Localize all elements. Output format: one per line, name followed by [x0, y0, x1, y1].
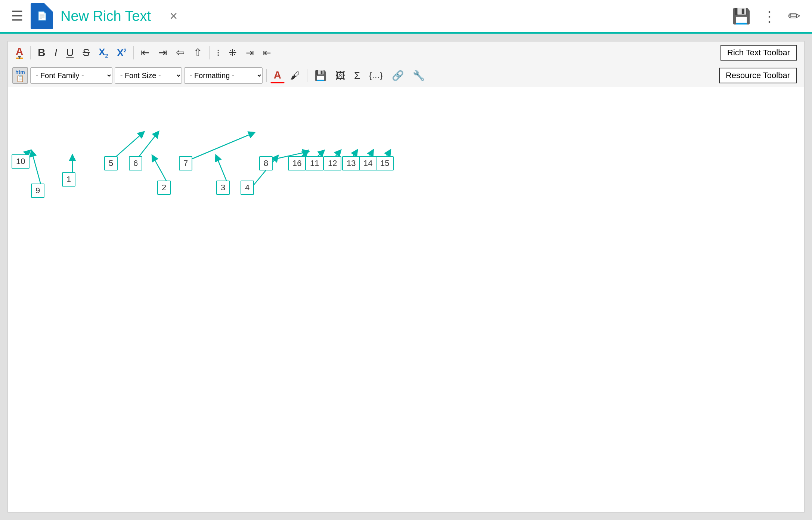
title-bar-right: 💾 ⋮ ✏	[732, 7, 801, 25]
indent-more-button[interactable]: ⇥	[242, 46, 257, 59]
more-icon[interactable]: ⋮	[762, 7, 777, 25]
rich-text-toolbar: A ▼ B I U S X2 X2 ⇤ ⇥ ⇦ ⇧ ⁝ ⁜ ⇥ ⇤ Rich T…	[8, 41, 804, 64]
indent-less-button[interactable]: ⇤	[260, 46, 275, 59]
align-right-button[interactable]: ⇦	[173, 46, 188, 60]
annotation-7: 7	[179, 156, 192, 170]
editor-wrapper: A ▼ B I U S X2 X2 ⇤ ⇥ ⇦ ⇧ ⁝ ⁜ ⇥ ⇤ Rich T…	[7, 41, 805, 513]
align-justify-button[interactable]: ⇧	[190, 46, 205, 60]
ordered-list-button[interactable]: ⁜	[225, 46, 240, 59]
edit-icon[interactable]: ✏	[788, 7, 801, 25]
superscript-button[interactable]: X2	[114, 46, 130, 59]
align-center-button[interactable]: ⇥	[155, 46, 170, 60]
separator-4	[266, 69, 267, 82]
annotation-3: 3	[216, 181, 230, 195]
annotation-area: 1 2 3 4 5 6 7 8 9 10 11 12 13 14 15 16	[8, 87, 804, 512]
svg-line-8	[188, 133, 252, 160]
annotation-5: 5	[104, 156, 118, 170]
annotation-11: 11	[306, 156, 323, 170]
settings-button[interactable]: 🔧	[409, 69, 428, 82]
separator-1	[30, 46, 31, 59]
font-size-select[interactable]: - Font Size -	[115, 67, 182, 84]
svg-line-1	[32, 153, 41, 187]
separator-2	[133, 46, 134, 59]
code-button[interactable]: {…}	[366, 70, 386, 81]
doc-icon: 📄	[31, 3, 53, 29]
annotation-8: 8	[259, 156, 273, 170]
resource-toolbar: htm 📋 - Font Family - - Font Size - - Fo…	[8, 64, 804, 87]
italic-button[interactable]: I	[51, 46, 61, 60]
font-color-a-button[interactable]: A	[270, 68, 285, 83]
page-title: New Rich Text	[61, 8, 151, 24]
save-icon[interactable]: 💾	[732, 7, 751, 25]
annotation-4: 4	[241, 181, 254, 195]
annotation-12: 12	[323, 156, 341, 170]
formatting-select[interactable]: - Formatting -	[184, 67, 263, 84]
bold-button[interactable]: B	[34, 46, 49, 60]
annotation-1: 1	[62, 172, 75, 187]
annotation-6: 6	[129, 156, 142, 170]
title-bar: ☰ 📄 New Rich Text × 💾 ⋮ ✏	[0, 0, 812, 34]
align-left-button[interactable]: ⇤	[137, 46, 153, 60]
highlight-button[interactable]: 🖌	[287, 69, 303, 82]
save-resource-button[interactable]: 💾	[311, 69, 330, 82]
underline-button[interactable]: U	[63, 46, 77, 60]
strikethrough-button[interactable]: S	[79, 46, 93, 60]
main-content: A ▼ B I U S X2 X2 ⇤ ⇥ ⇦ ⇧ ⁝ ⁜ ⇥ ⇤ Rich T…	[0, 34, 812, 520]
annotation-15: 15	[376, 156, 394, 170]
resource-toolbar-label: Resource Toolbar	[719, 68, 797, 83]
annotation-9: 9	[31, 184, 44, 198]
annotation-14: 14	[359, 156, 377, 170]
annotation-10: 10	[12, 154, 30, 169]
separator-3	[209, 46, 210, 59]
image-button[interactable]: 🖼	[332, 69, 348, 82]
annotation-16: 16	[288, 156, 306, 170]
arrows-layer	[8, 87, 804, 512]
close-button[interactable]: ×	[170, 8, 177, 24]
formula-button[interactable]: Σ	[351, 69, 363, 82]
unordered-list-button[interactable]: ⁝	[213, 46, 223, 59]
annotation-2: 2	[157, 181, 171, 195]
html-source-button[interactable]: htm 📋	[12, 67, 28, 84]
title-bar-left: ☰ 📄 New Rich Text ×	[11, 3, 177, 29]
font-color-button[interactable]: A ▼	[12, 44, 27, 61]
annotation-13: 13	[342, 156, 360, 170]
font-family-select[interactable]: - Font Family -	[30, 67, 112, 84]
link-button[interactable]: 🔗	[388, 69, 407, 82]
separator-5	[307, 69, 307, 82]
subscript-button[interactable]: X2	[95, 45, 111, 60]
hamburger-icon[interactable]: ☰	[11, 8, 23, 24]
rich-text-toolbar-label: Rich Text Toolbar	[720, 45, 797, 61]
